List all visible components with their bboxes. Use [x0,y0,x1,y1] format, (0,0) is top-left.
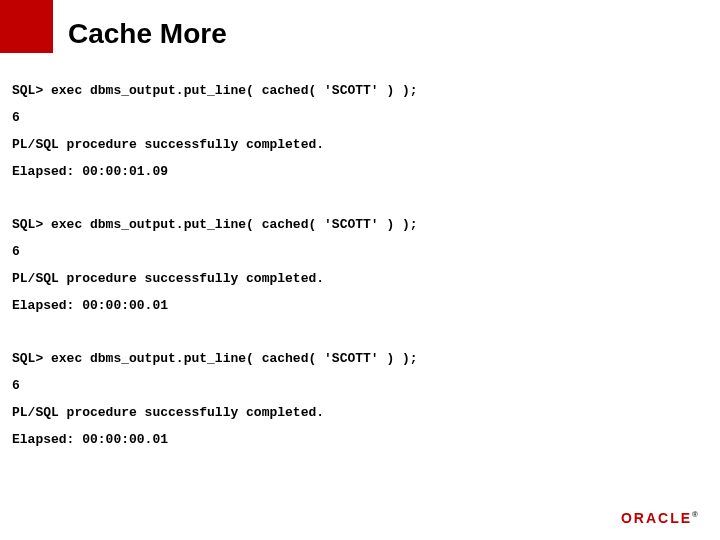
code-line: SQL> exec dbms_output.put_line( cached( … [12,218,708,231]
code-line: PL/SQL procedure successfully completed. [12,272,708,285]
code-line: SQL> exec dbms_output.put_line( cached( … [12,352,708,365]
oracle-logo: ORACLE® [621,510,700,526]
red-block-decor [0,0,53,53]
code-line: SQL> exec dbms_output.put_line( cached( … [12,84,708,97]
slide-title: Cache More [68,18,227,50]
code-block-1: SQL> exec dbms_output.put_line( cached( … [12,84,708,178]
logo-text: ORACLE [621,510,692,526]
slide-root: Cache More SQL> exec dbms_output.put_lin… [0,0,720,540]
code-block-2: SQL> exec dbms_output.put_line( cached( … [12,218,708,312]
code-line: PL/SQL procedure successfully completed. [12,406,708,419]
registered-mark-icon: ® [692,510,700,519]
content-area: SQL> exec dbms_output.put_line( cached( … [12,84,708,486]
code-line: PL/SQL procedure successfully completed. [12,138,708,151]
code-line: Elapsed: 00:00:00.01 [12,299,708,312]
code-line: Elapsed: 00:00:00.01 [12,433,708,446]
code-block-3: SQL> exec dbms_output.put_line( cached( … [12,352,708,446]
code-line: Elapsed: 00:00:01.09 [12,165,708,178]
code-line: 6 [12,379,708,392]
code-line: 6 [12,245,708,258]
code-line: 6 [12,111,708,124]
